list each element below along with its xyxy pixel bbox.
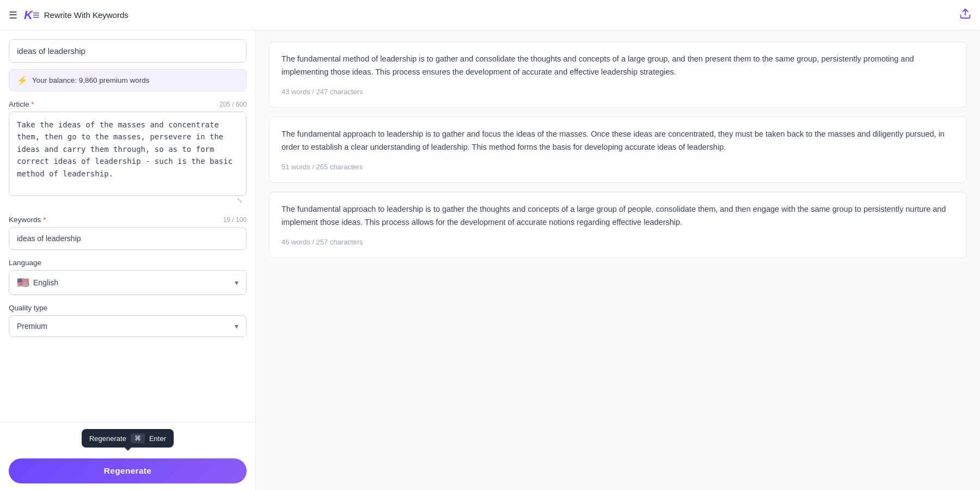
article-count: 205 / 600 <box>219 101 247 108</box>
result-meta-3: 46 words / 257 characters <box>281 238 363 246</box>
keywords-label: Keywords * <box>9 216 46 224</box>
app-header: ☰ K≡ Rewrite With Keywords <box>0 0 980 30</box>
lightning-icon: ⚡ <box>17 75 28 85</box>
article-textarea[interactable]: Take the ideas of the masses and concent… <box>9 112 247 196</box>
left-panel-scroll: ⚡ Your balance: 9,860 premium words Arti… <box>0 30 255 490</box>
language-select-left: 🇺🇸 English <box>17 277 58 289</box>
app-logo-icon: K≡ <box>24 9 40 21</box>
article-textarea-wrapper: Take the ideas of the masses and concent… <box>9 112 247 207</box>
balance-bar: ⚡ Your balance: 9,860 premium words <box>9 69 247 91</box>
result-meta-2: 51 words / 265 characters <box>281 163 363 171</box>
header-left: ☰ K≡ Rewrite With Keywords <box>9 9 128 21</box>
balance-text: Your balance: 9,860 premium words <box>32 76 150 84</box>
resize-handle-icon: ⤡ <box>237 197 244 205</box>
quality-chevron-icon: ▾ <box>235 322 238 330</box>
kbd-badge: ⌘ <box>131 433 145 443</box>
right-panel: The fundamental method of leadership is … <box>256 30 980 490</box>
regenerate-button[interactable]: Regenerate <box>9 458 247 483</box>
result-meta-1: 43 words / 247 characters <box>281 88 363 96</box>
quality-value: Premium <box>17 322 47 330</box>
article-label-row: Article * 205 / 600 <box>9 100 247 108</box>
result-card-3: The fundamental approach to leadership i… <box>269 192 967 258</box>
language-chevron-icon: ▾ <box>235 278 238 287</box>
tooltip-label: Regenerate <box>89 434 126 443</box>
main-layout: ⚡ Your balance: 9,860 premium words Arti… <box>0 30 980 490</box>
keywords-count: 19 / 100 <box>223 216 247 224</box>
quality-select-left: Premium <box>17 322 47 330</box>
result-text-3: The fundamental approach to leadership i… <box>281 203 954 229</box>
bottom-bar: Regenerate ⌘ Enter Regenerate <box>0 422 255 490</box>
keywords-label-row: Keywords * 19 / 100 <box>9 216 247 224</box>
result-card-1: The fundamental method of leadership is … <box>269 41 967 108</box>
app-title: Rewrite With Keywords <box>44 10 128 20</box>
quality-label: Quality type <box>9 304 247 312</box>
article-label: Article * <box>9 100 34 108</box>
quality-select[interactable]: Premium ▾ <box>9 315 247 337</box>
topic-input[interactable] <box>9 39 247 63</box>
enter-key: Enter <box>149 434 166 443</box>
upload-icon[interactable] <box>959 8 971 22</box>
hamburger-icon[interactable]: ☰ <box>9 9 17 21</box>
language-value: English <box>33 278 58 287</box>
result-text-2: The fundamental approach to leadership i… <box>281 128 954 154</box>
regenerate-tooltip: Regenerate ⌘ Enter <box>82 429 174 448</box>
language-flag: 🇺🇸 <box>17 277 29 289</box>
result-card-2: The fundamental approach to leadership i… <box>269 117 967 183</box>
logo-area: K≡ Rewrite With Keywords <box>24 9 128 21</box>
cmd-key: ⌘ <box>134 434 141 442</box>
language-label: Language <box>9 259 247 267</box>
language-select[interactable]: 🇺🇸 English ▾ <box>9 270 247 295</box>
keywords-input[interactable] <box>9 227 247 250</box>
left-panel: ⚡ Your balance: 9,860 premium words Arti… <box>0 30 256 490</box>
result-text-1: The fundamental method of leadership is … <box>281 53 954 79</box>
